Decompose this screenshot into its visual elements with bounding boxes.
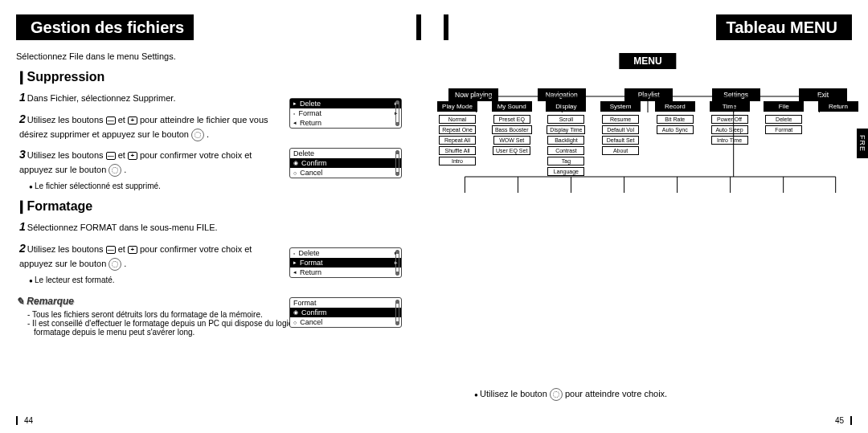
navi-icon [191, 129, 204, 141]
device-screen-format-confirm: Format ◉Confirm ○Cancel [289, 297, 402, 328]
suppression-step1: 1Dans Fichier, sélectionnez Supprimer. [19, 89, 268, 106]
section-formatage: Formatage [16, 198, 421, 214]
intro-text: Sélectionnez File dans le menu Settings. [16, 51, 421, 61]
suppression-result: Le fichier sélectionné est supprimé. [29, 182, 270, 190]
suppression-step2: 2Utilisez les boutons — et + pour attein… [19, 111, 268, 141]
page-number-left: 44 [16, 416, 33, 425]
page-title-left: Gestion des fichiers [16, 14, 194, 40]
menu-tree: MENU Now playingNavigationPlaylistSettin… [444, 88, 852, 176]
plus-icon: + [128, 246, 137, 254]
navi-icon [550, 388, 563, 401]
section-suppression: Suppression [16, 69, 421, 84]
device-screen-delete-confirm: Delete ◉Confirm ○Cancel [289, 148, 402, 178]
device-screen-format-menu: ▫Delete▸ ▸Format▸ ◂Return [289, 247, 402, 278]
plus-icon: + [128, 152, 137, 160]
navi-icon [108, 164, 121, 177]
page-number-right: 45 [835, 416, 852, 425]
minus-icon: — [106, 116, 116, 125]
menu-root: MENU [619, 53, 676, 69]
navi-icon [108, 258, 121, 271]
suppression-step3: 3Utilisez les boutons — et + pour confir… [19, 146, 268, 177]
language-tab: FRE [857, 129, 868, 158]
formatage-result: Le lecteur est formaté. [29, 276, 270, 284]
minus-icon: — [106, 246, 116, 254]
formatage-step2: 2Utilisez les boutons — et + pour confir… [19, 240, 268, 271]
plus-icon: + [128, 116, 137, 125]
bottom-instruction: Utilisez le bouton pour atteindre votre … [474, 388, 667, 401]
minus-icon: — [106, 152, 116, 160]
device-screen-delete-menu: ▸Delete▸ ▫Format▸ ◂Return [289, 98, 402, 129]
formatage-step1: 1Sélectionnez FORMAT dans le sous-menu F… [19, 219, 268, 235]
page-title-right: Tableau MENU [716, 14, 852, 40]
